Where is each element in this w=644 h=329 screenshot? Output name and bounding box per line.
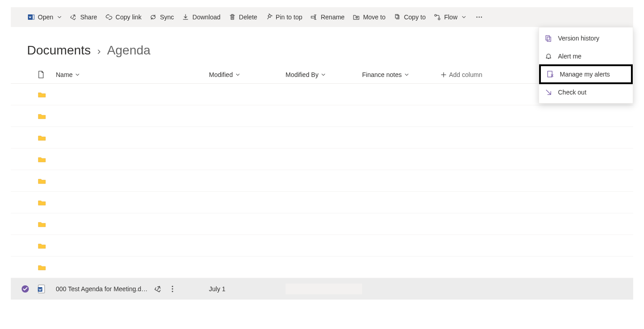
- column-name[interactable]: Name: [56, 71, 209, 78]
- chevron-down-icon: [462, 15, 466, 19]
- manage-alerts-icon: [546, 70, 554, 78]
- menu-version-history[interactable]: Version history: [539, 29, 633, 47]
- menu-alert-me[interactable]: Alert me: [539, 47, 633, 65]
- folder-icon: [38, 178, 46, 184]
- flow-label: Flow: [444, 14, 458, 21]
- column-finance-notes-label: Finance notes: [362, 71, 402, 78]
- chevron-down-icon: [57, 15, 62, 19]
- chevron-down-icon: [75, 72, 80, 77]
- rename-icon: [310, 14, 317, 21]
- svg-point-4: [476, 17, 477, 18]
- table-body: 000 Test Agenda for Meeting.d… July 1: [11, 84, 633, 300]
- chevron-down-icon: [236, 72, 240, 77]
- menu-check-out[interactable]: Check out: [539, 83, 633, 101]
- redacted-cell: [286, 284, 362, 294]
- list-item[interactable]: [11, 192, 633, 213]
- column-modified-label: Modified: [209, 71, 233, 78]
- svg-point-5: [478, 17, 480, 18]
- move-to-button[interactable]: Move to: [349, 7, 390, 27]
- share-label: Share: [80, 14, 97, 21]
- plus-icon: [441, 72, 446, 77]
- list-item[interactable]: [11, 213, 633, 235]
- list-item[interactable]: [11, 127, 633, 149]
- menu-manage-my-alerts[interactable]: Manage my alerts: [539, 64, 633, 84]
- chevron-down-icon: [404, 72, 409, 77]
- share-button[interactable]: Share: [66, 7, 101, 27]
- selected-indicator[interactable]: [19, 285, 32, 293]
- list-item[interactable]: [11, 257, 633, 278]
- delete-button[interactable]: Delete: [225, 7, 261, 27]
- chevron-right-icon: [96, 48, 102, 56]
- command-bar: Open Share Copy link Sync Downloa: [11, 7, 633, 27]
- svg-point-12: [172, 291, 173, 292]
- download-label: Download: [192, 14, 220, 21]
- flow-icon: [434, 14, 441, 21]
- download-button[interactable]: Download: [178, 7, 224, 27]
- folder-icon: [38, 243, 46, 249]
- more-row-button[interactable]: [168, 285, 177, 293]
- list-item[interactable]: [11, 149, 633, 170]
- svg-rect-1: [32, 15, 34, 19]
- word-document-icon: [38, 284, 45, 293]
- svg-point-11: [172, 288, 173, 289]
- move-to-icon: [353, 14, 360, 21]
- svg-rect-14: [547, 37, 551, 41]
- link-icon: [105, 14, 113, 21]
- open-label: Open: [38, 14, 53, 21]
- folder-icon: [38, 91, 46, 98]
- add-column-button[interactable]: Add column: [441, 71, 495, 78]
- more-icon: [476, 14, 483, 21]
- share-row-button[interactable]: [154, 285, 162, 293]
- open-button[interactable]: Open: [23, 7, 66, 27]
- copy-link-label: Copy link: [116, 14, 142, 21]
- folder-icon: [38, 221, 46, 227]
- breadcrumb-root[interactable]: Documents: [27, 43, 91, 58]
- move-to-label: Move to: [363, 14, 385, 21]
- overflow-menu: Version history Alert me Manage my alert…: [539, 27, 633, 104]
- sync-label: Sync: [160, 14, 174, 21]
- list-item[interactable]: [11, 170, 633, 192]
- column-modified-by-label: Modified By: [286, 71, 318, 78]
- rename-button[interactable]: Rename: [306, 7, 349, 27]
- menu-alert-me-label: Alert me: [558, 53, 581, 60]
- trash-icon: [229, 14, 236, 21]
- add-column-label: Add column: [449, 71, 482, 78]
- flow-button[interactable]: Flow: [430, 7, 470, 27]
- pin-label: Pin to top: [276, 14, 302, 21]
- rename-label: Rename: [321, 14, 345, 21]
- column-type-icon[interactable]: [38, 71, 56, 79]
- sync-icon: [150, 14, 157, 21]
- folder-icon: [38, 156, 46, 162]
- folder-icon: [38, 135, 46, 141]
- file-name: 000 Test Agenda for Meeting.d…: [56, 285, 148, 293]
- column-finance-notes[interactable]: Finance notes: [362, 71, 441, 78]
- download-icon: [182, 14, 189, 21]
- folder-icon: [38, 113, 46, 119]
- copy-to-icon: [394, 14, 401, 21]
- svg-rect-13: [546, 36, 549, 40]
- column-modified-by[interactable]: Modified By: [286, 71, 362, 78]
- share-icon: [70, 14, 77, 21]
- chevron-down-icon: [321, 72, 326, 77]
- list-item[interactable]: [11, 105, 633, 127]
- menu-manage-my-alerts-label: Manage my alerts: [560, 71, 610, 78]
- version-history-icon: [544, 34, 553, 42]
- breadcrumb-leaf: Agenda: [107, 43, 151, 58]
- column-modified[interactable]: Modified: [209, 71, 286, 78]
- folder-icon: [38, 264, 46, 270]
- svg-point-6: [481, 17, 482, 18]
- list-item[interactable]: [11, 235, 633, 257]
- copy-to-button[interactable]: Copy to: [390, 7, 430, 27]
- menu-check-out-label: Check out: [558, 89, 586, 96]
- list-item[interactable]: 000 Test Agenda for Meeting.d… July 1: [11, 278, 633, 300]
- copy-to-label: Copy to: [404, 14, 426, 21]
- menu-version-history-label: Version history: [558, 35, 599, 42]
- pin-button[interactable]: Pin to top: [261, 7, 306, 27]
- sync-button[interactable]: Sync: [145, 7, 178, 27]
- copy-link-button[interactable]: Copy link: [101, 7, 146, 27]
- overflow-button[interactable]: [470, 7, 488, 27]
- checkmark-circle-icon: [21, 285, 29, 293]
- svg-point-10: [172, 285, 173, 287]
- column-name-label: Name: [56, 71, 73, 78]
- file-modified: July 1: [209, 285, 226, 293]
